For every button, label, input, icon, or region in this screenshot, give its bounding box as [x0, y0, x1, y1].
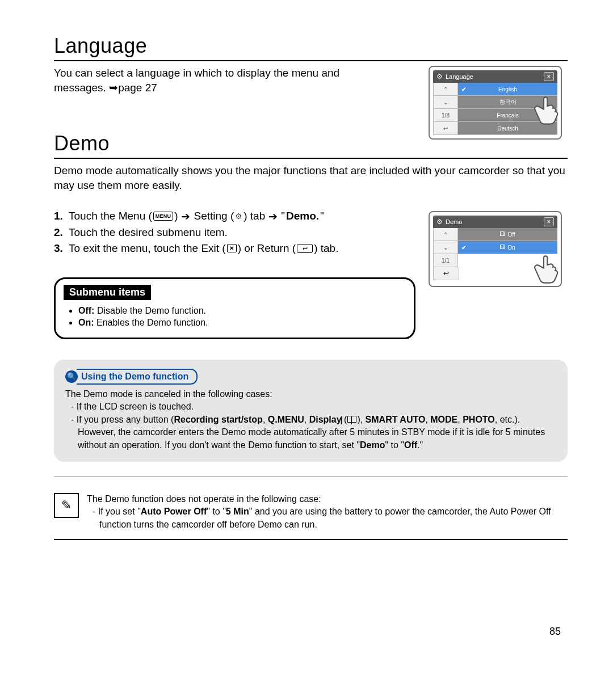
- film-icon: 🎞: [500, 244, 505, 250]
- close-icon: ✕: [544, 217, 554, 226]
- return-icon: ↩: [297, 244, 313, 253]
- pager-text: 1/1: [433, 254, 458, 267]
- submenu-on: On: Enables the Demo function.: [78, 318, 404, 328]
- exit-icon: ✕: [227, 244, 237, 252]
- close-icon: ✕: [544, 72, 554, 81]
- lang-option-deutsch: Deutsch: [458, 122, 557, 135]
- menu-icon: MENU: [153, 212, 173, 221]
- lang-option-francais: Français: [458, 109, 557, 122]
- submenu-title: Submenu items: [64, 285, 151, 300]
- arrow-right-icon: ➔: [268, 210, 278, 223]
- pager-text: 1/8: [433, 109, 458, 122]
- step-num: 2.: [54, 226, 69, 239]
- scroll-down-icon: ⌄: [433, 96, 458, 109]
- lcd-header: ⚙Demo ✕: [433, 216, 557, 228]
- note-row: ✎ The Demo function does not operate in …: [54, 493, 568, 531]
- gear-icon: ⚙: [436, 218, 443, 226]
- magnifier-icon: 🔍: [65, 370, 78, 383]
- scroll-up-icon: ⌃: [433, 228, 458, 241]
- lcd-title: Language: [446, 73, 473, 80]
- rule: [54, 539, 568, 540]
- lcd-language-screenshot: ⚙Language ✕ ⌃ ⌄ 1/8 ↩ ✔English 한국어 Franç…: [429, 66, 562, 140]
- using-demo-bullet-1: - If the LCD screen is touched.: [65, 400, 556, 413]
- step-num: 1.: [54, 210, 69, 222]
- note-line1: The Demo function does not operate in th…: [87, 493, 568, 505]
- return-icon: ↩: [433, 267, 459, 280]
- text-language-intro: You can select a language in which to di…: [54, 66, 377, 95]
- display-toggle-icon: ||: [347, 414, 357, 425]
- gear-icon: ⚙: [436, 73, 443, 81]
- submenu-off: Off: Disable the Demo function.: [78, 306, 404, 316]
- heading-language: Language: [54, 34, 568, 58]
- demo-option-on: ✔🎞On: [458, 241, 557, 254]
- return-icon: ↩: [433, 122, 458, 135]
- note-bullet: - If you set "Auto Power Off" to "5 Min"…: [87, 505, 568, 531]
- rule: [54, 158, 568, 159]
- lcd-header: ⚙Language ✕: [433, 70, 557, 83]
- rule: [54, 60, 568, 61]
- step-num: 3.: [54, 242, 69, 255]
- scroll-down-icon: ⌄: [433, 241, 458, 254]
- lcd-demo-screenshot: ⚙Demo ✕ ⌃ ⌄ 1/1 🎞Off ✔🎞On ↩: [429, 211, 562, 287]
- arrow-right-icon: ➔: [181, 210, 190, 223]
- note-pencil-icon: ✎: [54, 493, 79, 518]
- film-icon: 🎞: [500, 231, 505, 237]
- gear-icon: ⚙: [235, 212, 242, 221]
- demo-option-off: 🎞Off: [458, 228, 557, 241]
- using-demo-bullet-2: - If you press any button (Recording sta…: [65, 414, 556, 452]
- scroll-up-icon: ⌃: [433, 83, 458, 96]
- submenu-items-box: Submenu items Off: Disable the Demo func…: [54, 277, 415, 339]
- lang-option-english: ✔English: [458, 83, 557, 96]
- check-icon: ✔: [461, 86, 466, 92]
- using-demo-callout: 🔍 Using the Demo function The Demo mode …: [54, 360, 568, 462]
- rule: [54, 476, 568, 477]
- lcd-title: Demo: [446, 218, 462, 225]
- page-number: 85: [549, 626, 561, 638]
- check-icon: ✔: [461, 244, 466, 251]
- text-demo-intro: Demo mode automatically shows you the ma…: [54, 163, 568, 192]
- using-demo-line1: The Demo mode is canceled in the followi…: [65, 388, 556, 400]
- lang-option-korean: 한국어: [458, 96, 557, 109]
- using-demo-title: 🔍 Using the Demo function: [65, 369, 198, 385]
